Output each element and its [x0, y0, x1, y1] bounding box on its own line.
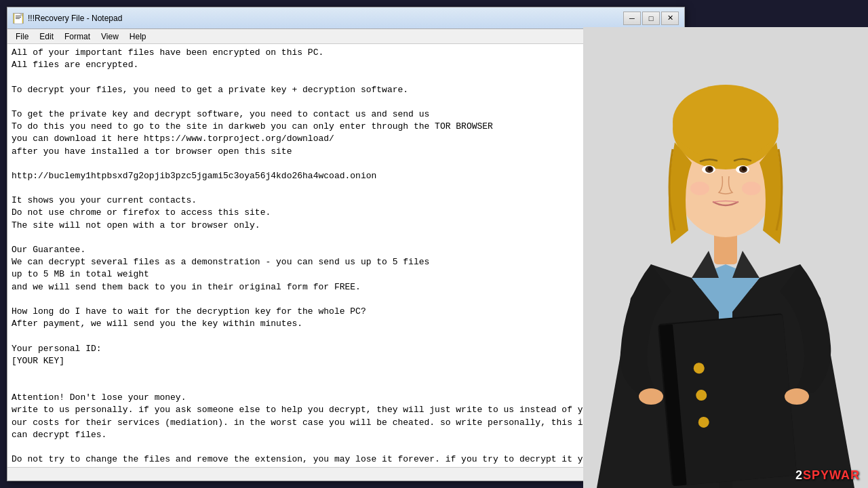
svg-rect-1: [16, 16, 21, 16]
menu-view[interactable]: View: [96, 30, 124, 43]
window-title: !!!Recovery File - Notepad: [28, 14, 623, 23]
maximize-button[interactable]: □: [642, 12, 660, 25]
person-overlay: [583, 27, 868, 488]
window-controls: ─ □ ✕: [623, 12, 679, 25]
menu-edit[interactable]: Edit: [34, 30, 59, 43]
notepad-textarea[interactable]: [7, 44, 673, 467]
svg-point-18: [742, 182, 761, 195]
svg-rect-3: [16, 18, 20, 19]
watermark-prefix: 2: [795, 468, 803, 482]
menu-format[interactable]: Format: [59, 30, 96, 43]
menu-file[interactable]: File: [10, 30, 34, 43]
watermark-brand: SPYWAR: [803, 468, 860, 482]
svg-point-15: [708, 167, 712, 171]
minimize-button[interactable]: ─: [623, 12, 641, 25]
menu-help[interactable]: Help: [124, 30, 152, 43]
svg-rect-2: [16, 17, 21, 18]
svg-point-10: [673, 85, 778, 159]
close-button[interactable]: ✕: [661, 12, 679, 25]
svg-point-25: [639, 388, 663, 405]
svg-point-16: [742, 167, 746, 171]
app-icon: [13, 13, 24, 24]
svg-point-26: [785, 388, 809, 405]
person-image: [583, 27, 868, 488]
title-bar: !!!Recovery File - Notepad ─ □ ✕: [7, 7, 684, 29]
svg-point-17: [690, 182, 709, 195]
watermark: 2SPYWAR: [795, 468, 860, 483]
